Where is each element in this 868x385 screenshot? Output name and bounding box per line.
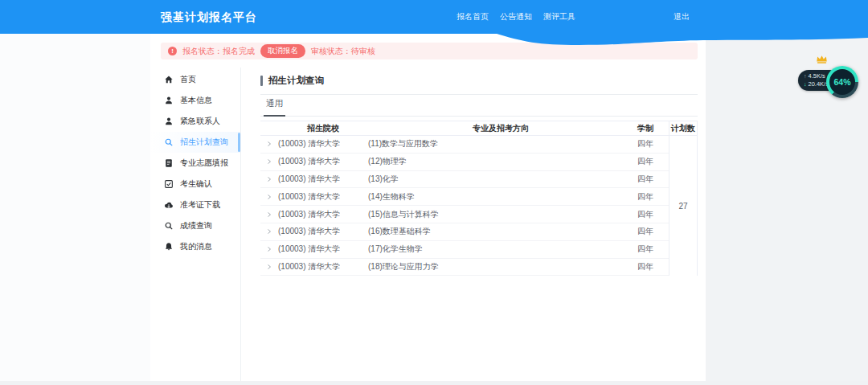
content-row: 首页基本信息紧急联系人招生计划查询专业志愿填报考生确认准考证下载成绩查询我的消息… bbox=[150, 68, 706, 381]
home-icon bbox=[164, 75, 174, 84]
sidebar-item-score-query[interactable]: 成绩查询 bbox=[150, 215, 240, 236]
major-cell: (11)数学与应用数学 bbox=[368, 138, 633, 149]
tab-general[interactable]: 通用 bbox=[264, 98, 285, 117]
speed-monitor-overlay[interactable]: ↑ 4.5K/s ↓ 20.4K/s 64% bbox=[796, 53, 862, 103]
sidebar-item-emergency-contact[interactable]: 紧急联系人 bbox=[150, 111, 240, 132]
header-plan-count: 计划数 bbox=[669, 121, 698, 135]
expand-chevron-icon[interactable] bbox=[260, 264, 278, 270]
sidebar-item-basic-info[interactable]: 基本信息 bbox=[150, 90, 240, 111]
college-cell: (10003) 清华大学 bbox=[278, 191, 368, 203]
table-row[interactable]: (10003) 清华大学(18)理论与应用力学四年 bbox=[260, 259, 669, 276]
sidebar-item-label: 首页 bbox=[180, 74, 196, 85]
header-spacer bbox=[260, 121, 278, 135]
app-title: 强基计划报名平台 bbox=[161, 0, 257, 34]
sidebar-item-label: 准考证下载 bbox=[180, 199, 220, 211]
expand-chevron-icon[interactable] bbox=[260, 228, 278, 235]
check-icon bbox=[164, 179, 174, 189]
header-wave-decoration bbox=[450, 33, 868, 47]
download-icon bbox=[164, 200, 174, 210]
college-cell: (10003) 清华大学 bbox=[278, 261, 368, 272]
table-row[interactable]: (10003) 清华大学(12)物理学四年 bbox=[260, 154, 669, 171]
sidebar-item-plan-query[interactable]: 招生计划查询 bbox=[150, 132, 240, 153]
crown-icon bbox=[816, 53, 828, 63]
info-icon: ! bbox=[168, 47, 177, 55]
sidebar-item-label: 我的消息 bbox=[180, 241, 212, 252]
upload-speed-value: 4.5K/s bbox=[809, 73, 825, 80]
major-cell: (15)信息与计算科学 bbox=[368, 209, 633, 220]
expand-chevron-icon[interactable] bbox=[260, 158, 278, 165]
cancel-registration-button[interactable]: 取消报名 bbox=[260, 44, 305, 58]
expand-chevron-icon[interactable] bbox=[260, 246, 278, 252]
sidebar-item-ticket-download[interactable]: 准考证下载 bbox=[150, 195, 240, 215]
table-row[interactable]: (10003) 清华大学(15)信息与计算科学四年 bbox=[260, 206, 669, 223]
college-cell: (10003) 清华大学 bbox=[278, 244, 368, 255]
sidebar-item-home[interactable]: 首页 bbox=[150, 69, 240, 90]
nav-item-home[interactable]: 报名首页 bbox=[457, 11, 489, 23]
search-icon bbox=[164, 221, 174, 231]
doc-icon bbox=[164, 158, 174, 168]
sidebar-item-label: 紧急联系人 bbox=[180, 116, 220, 127]
major-cell: (14)生物科学 bbox=[368, 191, 633, 203]
sidebar-item-my-messages[interactable]: 我的消息 bbox=[150, 236, 240, 257]
sidebar-menu: 首页基本信息紧急联系人招生计划查询专业志愿填报考生确认准考证下载成绩查询我的消息 bbox=[150, 68, 241, 381]
major-cell: (12)物理学 bbox=[368, 156, 633, 167]
header-nav: 报名首页公告通知测评工具 bbox=[457, 0, 575, 34]
tabs-bar: 通用 bbox=[260, 95, 698, 117]
table-row[interactable]: (10003) 清华大学(13)化学四年 bbox=[260, 171, 669, 189]
page-bottom-edge bbox=[0, 381, 868, 385]
college-cell: (10003) 清华大学 bbox=[278, 209, 368, 220]
section-title-row: 招生计划查询 bbox=[260, 75, 698, 87]
nav-item-guide[interactable]: 测评工具 bbox=[543, 11, 575, 23]
expand-chevron-icon[interactable] bbox=[260, 141, 278, 147]
audit-status-text: 审核状态：待审核 bbox=[311, 46, 375, 57]
top-header: 强基计划报名平台 报名首页公告通知测评工具 退出 bbox=[0, 0, 868, 34]
major-cell: (17)化学生物学 bbox=[368, 244, 633, 255]
sidebar-item-candidate-confirm[interactable]: 考生确认 bbox=[150, 174, 240, 195]
duration-cell: 四年 bbox=[633, 191, 669, 203]
header-duration: 学制 bbox=[633, 121, 669, 135]
duration-cell: 四年 bbox=[633, 226, 669, 237]
expand-chevron-icon[interactable] bbox=[260, 194, 278, 200]
major-cell: (16)数理基础科学 bbox=[368, 226, 633, 237]
section-title-bar bbox=[260, 76, 263, 86]
table-row[interactable]: (10003) 清华大学(11)数学与应用数学四年 bbox=[260, 136, 669, 154]
duration-cell: 四年 bbox=[633, 138, 669, 149]
search-icon bbox=[164, 137, 174, 147]
plan-table: 招生院校 专业及招考方向 学制 计划数 (10003) 清华大学(11)数学与应… bbox=[260, 121, 698, 276]
percent-value: 64% bbox=[833, 77, 850, 87]
table-body: (10003) 清华大学(11)数学与应用数学四年(10003) 清华大学(12… bbox=[260, 136, 698, 276]
logout-link[interactable]: 退出 bbox=[674, 0, 690, 34]
sidebar-item-label: 基本信息 bbox=[180, 95, 212, 106]
registration-status-text: 报名状态：报名完成 bbox=[182, 46, 255, 57]
app-window: 强基计划报名平台 报名首页公告通知测评工具 退出 ! 报名状态：报名完成 取消报… bbox=[0, 0, 868, 385]
user-icon bbox=[164, 117, 174, 126]
college-cell: (10003) 清华大学 bbox=[278, 156, 368, 167]
table-row[interactable]: (10003) 清华大学(16)数理基础科学四年 bbox=[260, 223, 669, 241]
sidebar-item-label: 考生确认 bbox=[180, 178, 212, 190]
sidebar-item-label: 专业志愿填报 bbox=[180, 158, 228, 169]
sidebar-item-label: 成绩查询 bbox=[180, 220, 212, 231]
table-header-row: 招生院校 专业及招考方向 学制 计划数 bbox=[260, 121, 698, 136]
header-major: 专业及招考方向 bbox=[368, 121, 633, 135]
table-rows: (10003) 清华大学(11)数学与应用数学四年(10003) 清华大学(12… bbox=[260, 136, 669, 276]
duration-cell: 四年 bbox=[633, 156, 669, 167]
nav-item-notice[interactable]: 公告通知 bbox=[500, 11, 532, 23]
college-cell: (10003) 清华大学 bbox=[278, 138, 368, 149]
header-college: 招生院校 bbox=[278, 121, 368, 135]
college-cell: (10003) 清华大学 bbox=[278, 226, 368, 237]
progress-ring-inner: 64% bbox=[829, 69, 855, 95]
main-panel: 招生计划查询 通用 招生院校 专业及招考方向 学制 计划数 (10003) bbox=[241, 68, 706, 381]
table-row[interactable]: (10003) 清华大学(14)生物科学四年 bbox=[260, 188, 669, 206]
sidebar-item-major-preference[interactable]: 专业志愿填报 bbox=[150, 153, 240, 174]
user-icon bbox=[164, 96, 174, 105]
bell-icon bbox=[164, 242, 174, 252]
page-title: 招生计划查询 bbox=[268, 75, 324, 87]
expand-chevron-icon[interactable] bbox=[260, 211, 278, 218]
duration-cell: 四年 bbox=[633, 174, 669, 185]
sidebar-item-label: 招生计划查询 bbox=[180, 137, 228, 148]
duration-cell: 四年 bbox=[633, 261, 669, 272]
plan-count-cell: 27 bbox=[669, 136, 698, 276]
content-card: ! 报名状态：报名完成 取消报名 审核状态：待审核 首页基本信息紧急联系人招生计… bbox=[150, 34, 706, 381]
expand-chevron-icon[interactable] bbox=[260, 176, 278, 182]
table-row[interactable]: (10003) 清华大学(17)化学生物学四年 bbox=[260, 241, 669, 259]
